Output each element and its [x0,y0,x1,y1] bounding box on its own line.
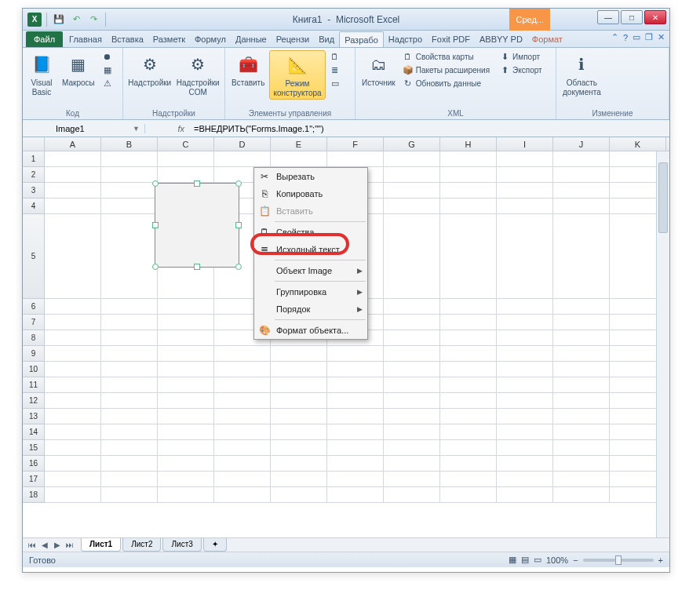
cell[interactable] [45,198,101,214]
select-all-corner[interactable] [23,137,45,151]
cell[interactable] [440,299,497,315]
row-header[interactable]: 1 [23,151,45,167]
sheet-nav-prev-icon[interactable]: ◀ [38,541,51,549]
cell[interactable] [214,456,271,472]
context-menu-item[interactable]: ≣Исходный текст [254,241,367,258]
cell[interactable] [45,487,101,503]
cell[interactable] [158,487,214,503]
worksheet-grid[interactable]: A B C D E F G H I J K 123456789101112131… [23,137,669,537]
col-header[interactable]: E [271,137,327,151]
row-header[interactable]: 17 [23,472,45,487]
row-header[interactable]: 3 [23,183,45,198]
formula-input[interactable]: =ВНЕДРИТЬ("Forms.Image.1";"") [189,124,669,133]
cell[interactable] [45,424,101,440]
cell[interactable] [214,362,271,377]
properties-button[interactable]: 🗒 [327,50,343,63]
cell[interactable] [214,472,271,487]
resize-handle[interactable] [235,264,242,270]
cell[interactable] [440,487,497,503]
cell[interactable] [101,362,158,377]
cell[interactable] [440,167,497,183]
row-header[interactable]: 15 [23,440,45,456]
sheet-nav-last-icon[interactable]: ⏭ [64,541,76,549]
cell[interactable] [45,214,101,299]
cell[interactable] [497,487,553,503]
row-header[interactable]: 11 [23,377,45,393]
cell[interactable] [101,424,158,440]
cell[interactable] [45,315,101,330]
cell[interactable] [45,167,101,183]
col-header[interactable]: I [497,137,553,151]
row-header[interactable]: 12 [23,393,45,409]
cell[interactable] [101,440,158,456]
cell[interactable] [497,151,553,167]
cell[interactable] [271,424,327,440]
cell[interactable] [214,393,271,409]
resize-handle[interactable] [152,222,159,228]
cell[interactable] [327,424,384,440]
cell[interactable] [384,424,440,440]
sheet-nav-next-icon[interactable]: ▶ [51,541,64,549]
cell[interactable] [101,299,158,315]
doc-min-icon[interactable]: ▭ [633,32,640,42]
cell[interactable] [101,393,158,409]
vertical-scrollbar[interactable] [656,151,669,537]
cell[interactable] [497,393,553,409]
insert-control-button[interactable]: 🧰Вставить [228,50,268,89]
cell[interactable] [101,330,158,346]
tab-developer[interactable]: Разрабо [339,31,384,47]
help-icon[interactable]: ? [623,33,628,42]
context-menu-item[interactable]: Порядок▶ [254,300,367,318]
cell[interactable] [384,472,440,487]
record-macro-button[interactable]: ⏺ [100,50,115,63]
cell[interactable] [45,183,101,198]
maximize-button[interactable]: □ [621,10,643,24]
cell[interactable] [101,346,158,362]
cell[interactable] [440,151,497,167]
cell[interactable] [158,377,214,393]
document-panel-button[interactable]: ℹОбласть документа [560,50,604,98]
cell[interactable] [158,151,214,167]
visual-basic-button[interactable]: 📘Visual Basic [26,50,57,98]
resize-handle[interactable] [194,264,200,270]
sheet-tab[interactable]: Лист1 [81,538,121,552]
xml-import-button[interactable]: ⬇Импорт [497,50,545,63]
col-header[interactable]: H [440,137,497,151]
cell[interactable] [101,214,158,299]
cell[interactable] [101,487,158,503]
cell[interactable] [384,151,440,167]
cell[interactable] [440,214,497,299]
cell[interactable] [271,472,327,487]
row-header[interactable]: 8 [23,330,45,346]
macro-security-button[interactable]: ⚠ [100,77,115,89]
cell[interactable] [497,167,553,183]
view-break-icon[interactable]: ▭ [534,555,541,565]
col-header[interactable]: J [553,137,610,151]
cell[interactable] [45,409,101,424]
cell[interactable] [158,362,214,377]
cell[interactable] [553,198,610,214]
tab-format[interactable]: Формат [527,31,567,47]
row-header[interactable]: 10 [23,362,45,377]
cell[interactable] [327,472,384,487]
cell[interactable] [497,377,553,393]
cell[interactable] [45,393,101,409]
cell[interactable] [440,393,497,409]
cell[interactable] [440,472,497,487]
resize-handle[interactable] [194,180,200,187]
xml-source-button[interactable]: 🗂Источник [359,50,399,89]
cell[interactable] [271,151,327,167]
cell[interactable] [384,409,440,424]
cell[interactable] [440,198,497,214]
cell[interactable] [384,346,440,362]
com-addins-button[interactable]: ⚙Надстройки COM [175,50,222,98]
cell[interactable] [440,183,497,198]
resize-handle[interactable] [152,264,159,270]
cell[interactable] [440,424,497,440]
cell[interactable] [158,472,214,487]
cell[interactable] [158,456,214,472]
cell[interactable] [158,330,214,346]
cell[interactable] [384,487,440,503]
minimize-ribbon-icon[interactable]: ⌃ [611,32,618,42]
cell[interactable] [497,424,553,440]
